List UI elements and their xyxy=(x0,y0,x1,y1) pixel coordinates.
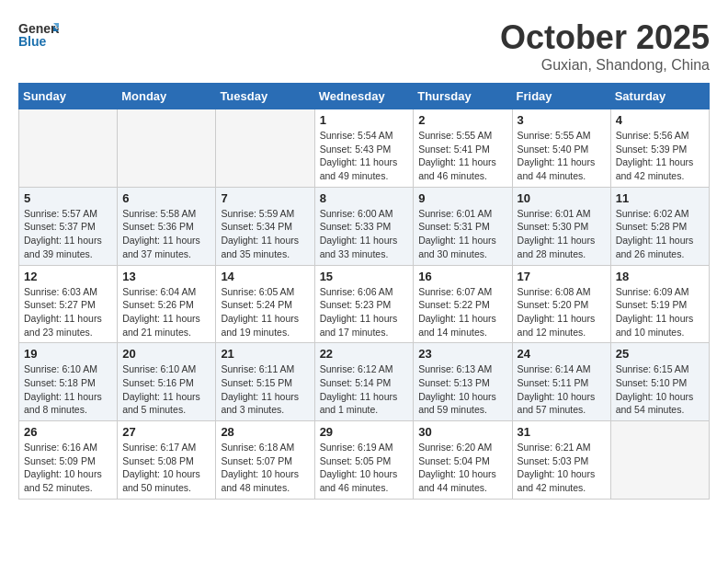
calendar-cell: 8Sunrise: 6:00 AM Sunset: 5:33 PM Daylig… xyxy=(314,187,414,265)
calendar-cell: 3Sunrise: 5:55 AM Sunset: 5:40 PM Daylig… xyxy=(512,109,610,188)
day-number: 9 xyxy=(418,191,506,205)
calendar-cell: 14Sunrise: 6:05 AM Sunset: 5:24 PM Dayli… xyxy=(216,265,314,343)
day-number: 20 xyxy=(122,347,210,361)
calendar-cell: 5Sunrise: 5:57 AM Sunset: 5:37 PM Daylig… xyxy=(19,187,118,265)
day-number: 4 xyxy=(616,113,704,127)
weekday-header-wednesday: Wednesday xyxy=(314,84,414,109)
day-info: Sunrise: 6:19 AM Sunset: 5:05 PM Dayligh… xyxy=(320,441,409,495)
day-info: Sunrise: 5:56 AM Sunset: 5:39 PM Dayligh… xyxy=(616,129,704,183)
calendar-cell: 19Sunrise: 6:10 AM Sunset: 5:18 PM Dayli… xyxy=(19,343,118,421)
day-number: 16 xyxy=(418,270,506,283)
day-number: 30 xyxy=(418,425,506,439)
day-number: 29 xyxy=(320,425,409,439)
calendar-cell: 4Sunrise: 5:56 AM Sunset: 5:39 PM Daylig… xyxy=(610,109,709,188)
day-info: Sunrise: 6:04 AM Sunset: 5:26 PM Dayligh… xyxy=(122,285,210,339)
calendar-cell: 7Sunrise: 5:59 AM Sunset: 5:34 PM Daylig… xyxy=(216,187,314,265)
weekday-header-saturday: Saturday xyxy=(610,84,709,109)
day-info: Sunrise: 5:58 AM Sunset: 5:36 PM Dayligh… xyxy=(122,207,210,261)
calendar-cell: 9Sunrise: 6:01 AM Sunset: 5:31 PM Daylig… xyxy=(414,187,512,265)
day-info: Sunrise: 6:20 AM Sunset: 5:04 PM Dayligh… xyxy=(418,441,506,495)
calendar-cell: 16Sunrise: 6:07 AM Sunset: 5:22 PM Dayli… xyxy=(414,265,512,343)
calendar-cell: 18Sunrise: 6:09 AM Sunset: 5:19 PM Dayli… xyxy=(610,265,709,343)
day-info: Sunrise: 6:13 AM Sunset: 5:13 PM Dayligh… xyxy=(418,362,506,417)
day-info: Sunrise: 5:54 AM Sunset: 5:43 PM Dayligh… xyxy=(320,129,409,183)
day-info: Sunrise: 5:59 AM Sunset: 5:34 PM Dayligh… xyxy=(221,207,309,261)
day-number: 27 xyxy=(122,425,210,439)
calendar-cell: 30Sunrise: 6:20 AM Sunset: 5:04 PM Dayli… xyxy=(414,421,512,500)
week-row-2: 5Sunrise: 5:57 AM Sunset: 5:37 PM Daylig… xyxy=(19,187,710,265)
week-row-5: 26Sunrise: 6:16 AM Sunset: 5:09 PM Dayli… xyxy=(19,421,710,500)
day-info: Sunrise: 6:03 AM Sunset: 5:27 PM Dayligh… xyxy=(24,285,112,339)
day-info: Sunrise: 6:11 AM Sunset: 5:15 PM Dayligh… xyxy=(221,362,309,417)
weekday-header-monday: Monday xyxy=(118,84,216,109)
day-number: 5 xyxy=(24,191,112,205)
day-number: 26 xyxy=(24,425,112,439)
week-row-1: 1Sunrise: 5:54 AM Sunset: 5:43 PM Daylig… xyxy=(19,109,710,188)
calendar-cell: 15Sunrise: 6:06 AM Sunset: 5:23 PM Dayli… xyxy=(314,265,414,343)
day-number: 3 xyxy=(518,113,606,127)
calendar-cell: 1Sunrise: 5:54 AM Sunset: 5:43 PM Daylig… xyxy=(314,109,414,188)
day-info: Sunrise: 6:10 AM Sunset: 5:16 PM Dayligh… xyxy=(122,362,210,417)
weekday-header-row: SundayMondayTuesdayWednesdayThursdayFrid… xyxy=(19,84,710,109)
day-number: 13 xyxy=(122,270,210,283)
calendar-cell: 11Sunrise: 6:02 AM Sunset: 5:28 PM Dayli… xyxy=(610,187,709,265)
calendar-table: SundayMondayTuesdayWednesdayThursdayFrid… xyxy=(18,83,710,500)
calendar-cell xyxy=(118,109,216,188)
day-info: Sunrise: 6:18 AM Sunset: 5:07 PM Dayligh… xyxy=(221,441,309,495)
day-number: 24 xyxy=(518,347,606,361)
day-number: 23 xyxy=(418,347,506,361)
calendar-cell: 26Sunrise: 6:16 AM Sunset: 5:09 PM Dayli… xyxy=(19,421,118,500)
calendar-cell: 20Sunrise: 6:10 AM Sunset: 5:16 PM Dayli… xyxy=(118,343,216,421)
location-subtitle: Guxian, Shandong, China xyxy=(500,57,710,74)
calendar-cell: 23Sunrise: 6:13 AM Sunset: 5:13 PM Dayli… xyxy=(414,343,512,421)
day-info: Sunrise: 6:14 AM Sunset: 5:11 PM Dayligh… xyxy=(518,362,606,417)
day-number: 8 xyxy=(320,191,409,205)
calendar-cell: 27Sunrise: 6:17 AM Sunset: 5:08 PM Dayli… xyxy=(118,421,216,500)
day-info: Sunrise: 6:10 AM Sunset: 5:18 PM Dayligh… xyxy=(24,362,112,417)
calendar-cell: 31Sunrise: 6:21 AM Sunset: 5:03 PM Dayli… xyxy=(512,421,610,500)
day-info: Sunrise: 6:08 AM Sunset: 5:20 PM Dayligh… xyxy=(518,285,606,339)
weekday-header-friday: Friday xyxy=(512,84,610,109)
calendar-cell: 10Sunrise: 6:01 AM Sunset: 5:30 PM Dayli… xyxy=(512,187,610,265)
day-info: Sunrise: 5:57 AM Sunset: 5:37 PM Dayligh… xyxy=(24,207,112,261)
week-row-3: 12Sunrise: 6:03 AM Sunset: 5:27 PM Dayli… xyxy=(19,265,710,343)
calendar-cell: 6Sunrise: 5:58 AM Sunset: 5:36 PM Daylig… xyxy=(118,187,216,265)
day-number: 17 xyxy=(518,270,606,283)
day-number: 15 xyxy=(320,270,409,283)
day-info: Sunrise: 6:12 AM Sunset: 5:14 PM Dayligh… xyxy=(320,362,409,417)
calendar-cell: 2Sunrise: 5:55 AM Sunset: 5:41 PM Daylig… xyxy=(414,109,512,188)
day-number: 12 xyxy=(24,270,112,283)
day-number: 7 xyxy=(221,191,309,205)
day-info: Sunrise: 6:16 AM Sunset: 5:09 PM Dayligh… xyxy=(24,441,112,495)
weekday-header-tuesday: Tuesday xyxy=(216,84,314,109)
day-info: Sunrise: 5:55 AM Sunset: 5:40 PM Dayligh… xyxy=(518,129,606,183)
day-number: 2 xyxy=(418,113,506,127)
calendar-cell: 22Sunrise: 6:12 AM Sunset: 5:14 PM Dayli… xyxy=(314,343,414,421)
title-block: October 2025 Guxian, Shandong, China xyxy=(500,18,710,74)
day-info: Sunrise: 6:01 AM Sunset: 5:31 PM Dayligh… xyxy=(418,207,506,261)
day-number: 11 xyxy=(616,191,704,205)
day-number: 19 xyxy=(24,347,112,361)
calendar-cell: 21Sunrise: 6:11 AM Sunset: 5:15 PM Dayli… xyxy=(216,343,314,421)
day-info: Sunrise: 6:02 AM Sunset: 5:28 PM Dayligh… xyxy=(616,207,704,261)
day-number: 25 xyxy=(616,347,704,361)
day-info: Sunrise: 6:21 AM Sunset: 5:03 PM Dayligh… xyxy=(518,441,606,495)
day-info: Sunrise: 6:01 AM Sunset: 5:30 PM Dayligh… xyxy=(518,207,606,261)
weekday-header-sunday: Sunday xyxy=(19,84,118,109)
day-info: Sunrise: 6:15 AM Sunset: 5:10 PM Dayligh… xyxy=(616,362,704,417)
day-info: Sunrise: 6:09 AM Sunset: 5:19 PM Dayligh… xyxy=(616,285,704,339)
calendar-cell: 29Sunrise: 6:19 AM Sunset: 5:05 PM Dayli… xyxy=(314,421,414,500)
calendar-cell xyxy=(19,109,118,188)
logo: General Blue xyxy=(18,18,59,52)
day-number: 10 xyxy=(518,191,606,205)
calendar-cell: 24Sunrise: 6:14 AM Sunset: 5:11 PM Dayli… xyxy=(512,343,610,421)
day-number: 18 xyxy=(616,270,704,283)
day-info: Sunrise: 6:05 AM Sunset: 5:24 PM Dayligh… xyxy=(221,285,309,339)
week-row-4: 19Sunrise: 6:10 AM Sunset: 5:18 PM Dayli… xyxy=(19,343,710,421)
day-number: 1 xyxy=(320,113,409,127)
calendar-cell: 17Sunrise: 6:08 AM Sunset: 5:20 PM Dayli… xyxy=(512,265,610,343)
day-info: Sunrise: 6:17 AM Sunset: 5:08 PM Dayligh… xyxy=(122,441,210,495)
day-number: 6 xyxy=(122,191,210,205)
calendar-cell: 12Sunrise: 6:03 AM Sunset: 5:27 PM Dayli… xyxy=(19,265,118,343)
day-number: 22 xyxy=(320,347,409,361)
